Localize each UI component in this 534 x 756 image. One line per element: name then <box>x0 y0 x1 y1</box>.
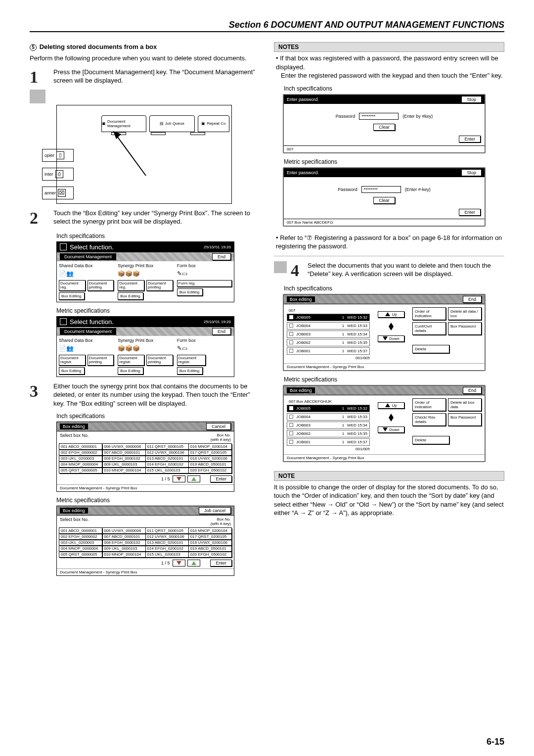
box-cell[interactable]: 016 MNOP_0200104 <box>188 444 231 450</box>
password-input[interactable]: ******** <box>359 113 399 120</box>
job-row[interactable]: JOB0051WED 15:32 <box>287 405 370 412</box>
box-cell[interactable]: 015 IJKL_0200103 <box>145 468 188 473</box>
job-row[interactable]: JOB0031WED 15:34 <box>287 331 370 338</box>
breadcrumb[interactable]: Document Management <box>60 253 116 260</box>
enter-button[interactable]: Enter <box>459 136 481 142</box>
page-prev-button[interactable] <box>173 560 185 567</box>
doc-print-button[interactable]: Document printing <box>88 355 114 366</box>
job-row[interactable]: JOB0011WED 15:37 <box>287 438 370 446</box>
box-cell[interactable]: 010 MNOP_0000104 <box>102 552 145 558</box>
enter-button[interactable]: Enter <box>210 475 232 482</box>
details-button[interactable]: Conf/Ovrt details <box>412 322 446 335</box>
box-cell[interactable]: 017 QRST_0200105 <box>188 534 231 540</box>
box-cell[interactable]: 003 IJKL_0200003 <box>59 540 102 546</box>
side-tab-scanner[interactable]: anner⌧ <box>42 187 74 199</box>
box-cell[interactable]: 001 ABCD_0000001 <box>59 444 102 450</box>
box-cell[interactable]: 003 IJKL_0200003 <box>59 456 102 462</box>
job-row[interactable]: JOB0041WED 15:33 <box>287 413 370 421</box>
job-cancel-button[interactable]: Job cancel <box>199 507 231 514</box>
delete-button[interactable]: Delete <box>412 436 449 444</box>
end-button[interactable]: End <box>212 253 231 260</box>
doc-print-button[interactable]: Document printing <box>88 280 114 291</box>
box-cell[interactable]: 017 QRST_0200105 <box>188 450 231 456</box>
doc-print-button[interactable]: Document printing <box>146 355 173 366</box>
box-password-button[interactable]: Box Password <box>448 322 482 335</box>
doc-reg-button[interactable]: Document reg. <box>59 280 86 291</box>
job-row[interactable]: JOB0011WED 15:37 <box>287 347 370 355</box>
up-button[interactable]: Up <box>378 402 404 409</box>
box-cell[interactable]: 013 ABCD_0200101 <box>145 540 188 546</box>
doc-registr-button[interactable]: Document registr. <box>59 355 86 366</box>
order-indication-button[interactable]: Order of indication <box>412 307 446 320</box>
order-indication-button[interactable]: Order of indication <box>412 398 446 411</box>
enter-button[interactable]: Enter <box>210 560 232 567</box>
down-button[interactable]: Down <box>378 335 404 342</box>
page-next-button[interactable] <box>187 475 200 482</box>
side-tab-copier[interactable]: opier▯ <box>42 149 74 162</box>
end-button[interactable]: End <box>463 296 482 303</box>
box-cell[interactable]: 002 EFGH_0000002 <box>59 534 102 540</box>
box-cell[interactable]: 014 EFGH_0200102 <box>145 546 188 552</box>
box-cell[interactable]: 019 ABCD_0500101 <box>188 462 231 468</box>
box-cell[interactable]: 006 UVWX_0000006 <box>102 528 145 534</box>
box-cell[interactable]: 013 ABCD_0200101 <box>145 456 188 462</box>
box-editing-button[interactable]: Box Editing <box>177 367 203 375</box>
stop-button[interactable]: Stop <box>461 169 482 176</box>
box-cell[interactable]: 008 EFGH_0000102 <box>102 540 145 546</box>
box-editing-button[interactable]: Box Editing <box>59 367 85 375</box>
box-editing-button[interactable]: Box Editing <box>59 292 85 300</box>
box-password-button[interactable]: Box Password <box>448 413 482 426</box>
tab-document-management[interactable]: ▣Document Management <box>101 115 146 132</box>
page-next-button[interactable] <box>187 560 200 567</box>
box-cell[interactable]: 012 UVWX_0000106 <box>145 450 188 456</box>
box-cell[interactable]: 012 UVWX_0000106 <box>145 534 188 540</box>
box-cell[interactable]: 002 EFGH_0000002 <box>59 450 102 456</box>
box-cell[interactable]: 005 QRST_0000005 <box>59 468 102 473</box>
box-cell[interactable]: 008 EFGH_0000102 <box>102 456 145 462</box>
cancel-button[interactable]: Cancel <box>206 423 231 430</box>
box-editing-button[interactable]: Box Editing <box>177 288 203 296</box>
job-row[interactable]: JOB0021WED 15:35 <box>287 339 370 346</box>
job-row[interactable]: JOB0051WED 15:32 <box>287 314 370 321</box>
box-cell[interactable]: 016 MNOP_0200104 <box>188 528 231 534</box>
box-cell[interactable]: 004 MNOP_0000004 <box>59 546 102 552</box>
details-button[interactable]: Check/ Rev. details <box>412 413 446 426</box>
doc-reg-button[interactable]: Document reg. <box>118 280 144 291</box>
box-cell[interactable]: 007 ABCD_0000101 <box>102 450 145 456</box>
job-row[interactable]: JOB0021WED 15:35 <box>287 430 370 437</box>
box-cell[interactable]: 011 QRST_0000105 <box>145 444 188 450</box>
delete-all-button[interactable]: Delete all data / box <box>448 307 482 320</box>
box-cell[interactable]: 020 EFGH_0500102 <box>188 552 231 558</box>
enter-button[interactable]: Enter <box>459 209 481 216</box>
doc-print-button[interactable]: Document printing <box>146 280 173 291</box>
box-cell[interactable]: 014 EFGH_0200102 <box>145 462 188 468</box>
stop-button[interactable]: Stop <box>461 96 482 103</box>
clear-button[interactable]: Clear <box>373 197 395 204</box>
box-cell[interactable]: 020 EFGH_0500102 <box>188 468 231 473</box>
box-cell[interactable]: 009 IJKL_0000103 <box>102 546 145 552</box>
job-row[interactable]: JOB0041WED 15:33 <box>287 322 370 330</box>
delete-all-button[interactable]: Delete all box data <box>448 398 482 411</box>
form-reg-button[interactable]: Form reg. <box>177 280 232 287</box>
box-cell[interactable]: 006 UVWX_0000006 <box>102 444 145 450</box>
box-editing-button[interactable]: Box Editing <box>118 292 143 300</box>
end-button[interactable]: End <box>212 328 231 335</box>
box-cell[interactable]: 009 IJKL_0000103 <box>102 462 145 468</box>
page-prev-button[interactable] <box>173 475 185 482</box>
clear-button[interactable]: Clear <box>373 124 395 131</box>
box-cell[interactable]: 004 MNOP_0000004 <box>59 462 102 468</box>
box-cell[interactable]: 005 QRST_0000005 <box>59 552 102 558</box>
box-cell[interactable]: 011 QRST_0000105 <box>145 528 188 534</box>
tab-job-queue[interactable]: ▤Job Queue <box>149 115 194 132</box>
delete-button[interactable]: Delete <box>412 345 449 353</box>
box-cell[interactable]: 015 IJKL_0200103 <box>145 552 188 558</box>
job-row[interactable]: JOB0031WED 15:34 <box>287 422 370 429</box>
side-tab-printer[interactable]: inter⎙ <box>42 168 74 181</box>
box-cell[interactable]: 018 UVWX_0200106 <box>188 456 231 462</box>
box-cell[interactable]: 007 ABCD_0000101 <box>102 534 145 540</box>
down-button[interactable]: Down <box>378 426 404 433</box>
password-input[interactable]: ******** <box>361 186 401 193</box>
box-editing-button[interactable]: Box Editing <box>118 367 143 375</box>
box-cell[interactable]: 010 MNOP_0000104 <box>102 468 145 473</box>
breadcrumb[interactable]: Document Management <box>60 328 116 335</box>
